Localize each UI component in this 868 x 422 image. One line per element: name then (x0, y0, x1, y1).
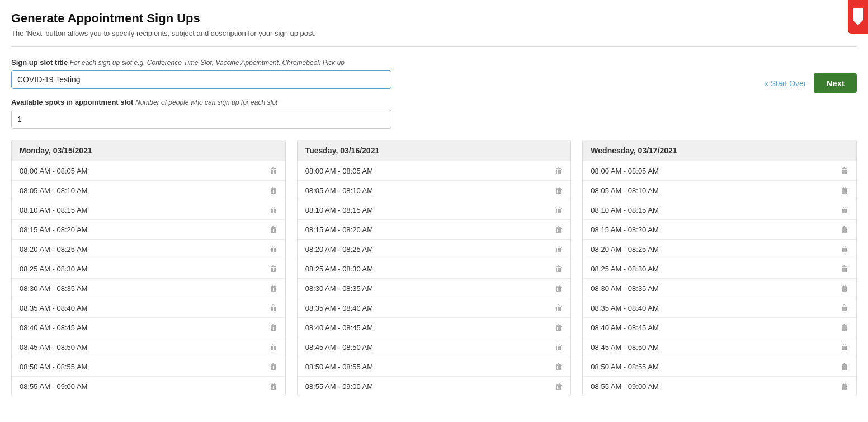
delete-slot-icon[interactable]: 🗑 (841, 382, 848, 391)
delete-slot-icon[interactable]: 🗑 (841, 166, 848, 175)
time-slot-label: 08:10 AM - 08:15 AM (20, 206, 87, 214)
time-slot: 08:10 AM - 08:15 AM🗑 (583, 200, 856, 220)
time-slot: 08:40 AM - 08:45 AM🗑 (12, 318, 285, 337)
delete-slot-icon[interactable]: 🗑 (270, 343, 277, 351)
start-over-button[interactable]: « Start Over (764, 79, 806, 88)
time-slot-label: 08:20 AM - 08:25 AM (20, 245, 87, 254)
delete-slot-icon[interactable]: 🗑 (270, 205, 277, 214)
time-slot: 08:15 AM - 08:20 AM🗑 (583, 220, 856, 240)
time-slot-label: 08:45 AM - 08:50 AM (305, 343, 373, 351)
delete-slot-icon[interactable]: 🗑 (270, 166, 277, 175)
time-slot: 08:20 AM - 08:25 AM🗑 (298, 240, 571, 259)
time-slot: 08:55 AM - 09:00 AM🗑 (583, 377, 856, 396)
delete-slot-icon[interactable]: 🗑 (555, 323, 563, 332)
divider (11, 46, 857, 47)
next-button[interactable]: Next (814, 73, 857, 93)
time-slot-label: 08:30 AM - 08:35 AM (20, 284, 87, 293)
delete-slot-icon[interactable]: 🗑 (555, 382, 563, 391)
time-slot-label: 08:10 AM - 08:15 AM (305, 206, 373, 214)
slots-grid: Monday, 03/15/202108:00 AM - 08:05 AM🗑08… (11, 140, 857, 396)
time-slot: 08:10 AM - 08:15 AM🗑 (298, 200, 571, 220)
delete-slot-icon[interactable]: 🗑 (841, 284, 848, 293)
delete-slot-icon[interactable]: 🗑 (555, 245, 563, 254)
day-header-1: Tuesday, 03/16/2021 (298, 140, 571, 161)
delete-slot-icon[interactable]: 🗑 (555, 303, 563, 312)
time-slot: 08:45 AM - 08:50 AM🗑 (298, 337, 571, 357)
time-slot: 08:20 AM - 08:25 AM🗑 (12, 240, 285, 259)
delete-slot-icon[interactable]: 🗑 (270, 303, 277, 312)
spots-hint: Number of people who can sign up for eac… (135, 99, 277, 106)
delete-slot-icon[interactable]: 🗑 (841, 245, 848, 254)
time-slot: 08:15 AM - 08:20 AM🗑 (12, 220, 285, 240)
delete-slot-icon[interactable]: 🗑 (270, 186, 277, 195)
delete-slot-icon[interactable]: 🗑 (555, 225, 563, 234)
time-slot: 08:45 AM - 08:50 AM🗑 (583, 337, 856, 357)
delete-slot-icon[interactable]: 🗑 (270, 225, 277, 234)
delete-slot-icon[interactable]: 🗑 (555, 284, 563, 293)
delete-slot-icon[interactable]: 🗑 (841, 264, 848, 273)
time-slot-label: 08:25 AM - 08:30 AM (305, 265, 373, 273)
time-slot: 08:20 AM - 08:25 AM🗑 (583, 240, 856, 259)
time-slot-label: 08:55 AM - 09:00 AM (305, 382, 373, 391)
time-slot-label: 08:15 AM - 08:20 AM (591, 226, 658, 234)
delete-slot-icon[interactable]: 🗑 (841, 225, 848, 234)
time-slot-label: 08:20 AM - 08:25 AM (305, 245, 373, 254)
delete-slot-icon[interactable]: 🗑 (555, 166, 563, 175)
delete-slot-icon[interactable]: 🗑 (270, 323, 277, 332)
time-slot: 08:00 AM - 08:05 AM🗑 (298, 161, 571, 181)
delete-slot-icon[interactable]: 🗑 (841, 362, 848, 371)
spots-input[interactable] (11, 110, 391, 129)
time-slot: 08:30 AM - 08:35 AM🗑 (12, 279, 285, 298)
header-actions: « Start Over Next (764, 73, 857, 93)
slot-title-input[interactable] (11, 70, 391, 89)
time-slot-label: 08:55 AM - 09:00 AM (591, 382, 658, 391)
app-icon (848, 0, 868, 34)
slot-title-label: Sign up slot title For each sign up slot… (11, 58, 857, 67)
delete-slot-icon[interactable]: 🗑 (270, 382, 277, 391)
time-slot-label: 08:15 AM - 08:20 AM (305, 226, 373, 234)
delete-slot-icon[interactable]: 🗑 (841, 323, 848, 332)
delete-slot-icon[interactable]: 🗑 (841, 205, 848, 214)
delete-slot-icon[interactable]: 🗑 (270, 264, 277, 273)
time-slot-label: 08:25 AM - 08:30 AM (591, 265, 658, 273)
delete-slot-icon[interactable]: 🗑 (841, 186, 848, 195)
time-slot: 08:15 AM - 08:20 AM🗑 (298, 220, 571, 240)
time-slot-label: 08:40 AM - 08:45 AM (305, 323, 373, 332)
delete-slot-icon[interactable]: 🗑 (841, 303, 848, 312)
spots-section: Available spots in appointment slot Numb… (11, 98, 857, 129)
time-slot-label: 08:00 AM - 08:05 AM (591, 167, 658, 175)
time-slot: 08:50 AM - 08:55 AM🗑 (298, 357, 571, 377)
time-slot-label: 08:10 AM - 08:15 AM (591, 206, 658, 214)
delete-slot-icon[interactable]: 🗑 (270, 362, 277, 371)
page-subtitle: The 'Next' button allows you to specify … (11, 29, 857, 37)
page-title: Generate Appointment Sign Ups (11, 11, 857, 26)
time-slot-label: 08:55 AM - 09:00 AM (20, 382, 87, 391)
time-slot: 08:35 AM - 08:40 AM🗑 (12, 298, 285, 318)
time-slot: 08:25 AM - 08:30 AM🗑 (12, 259, 285, 279)
time-slot: 08:30 AM - 08:35 AM🗑 (583, 279, 856, 298)
time-slot-label: 08:00 AM - 08:05 AM (20, 167, 87, 175)
time-slot-label: 08:15 AM - 08:20 AM (20, 226, 87, 234)
time-slot: 08:50 AM - 08:55 AM🗑 (583, 357, 856, 377)
delete-slot-icon[interactable]: 🗑 (841, 343, 848, 351)
delete-slot-icon[interactable]: 🗑 (555, 362, 563, 371)
spots-label: Available spots in appointment slot Numb… (11, 98, 857, 106)
time-slot-label: 08:00 AM - 08:05 AM (305, 167, 373, 175)
day-column-0: Monday, 03/15/202108:00 AM - 08:05 AM🗑08… (11, 140, 286, 396)
time-slot: 08:45 AM - 08:50 AM🗑 (12, 337, 285, 357)
time-slot-label: 08:30 AM - 08:35 AM (305, 284, 373, 293)
time-slot-label: 08:35 AM - 08:40 AM (591, 304, 658, 312)
time-slot: 08:25 AM - 08:30 AM🗑 (583, 259, 856, 279)
time-slot-label: 08:45 AM - 08:50 AM (591, 343, 658, 351)
delete-slot-icon[interactable]: 🗑 (555, 186, 563, 195)
delete-slot-icon[interactable]: 🗑 (555, 205, 563, 214)
delete-slot-icon[interactable]: 🗑 (555, 264, 563, 273)
time-slot-label: 08:40 AM - 08:45 AM (20, 323, 87, 332)
delete-slot-icon[interactable]: 🗑 (555, 343, 563, 351)
delete-slot-icon[interactable]: 🗑 (270, 284, 277, 293)
time-slot-label: 08:30 AM - 08:35 AM (591, 284, 658, 293)
time-slot: 08:10 AM - 08:15 AM🗑 (12, 200, 285, 220)
time-slot: 08:00 AM - 08:05 AM🗑 (583, 161, 856, 181)
time-slot: 08:05 AM - 08:10 AM🗑 (298, 181, 571, 200)
delete-slot-icon[interactable]: 🗑 (270, 245, 277, 254)
